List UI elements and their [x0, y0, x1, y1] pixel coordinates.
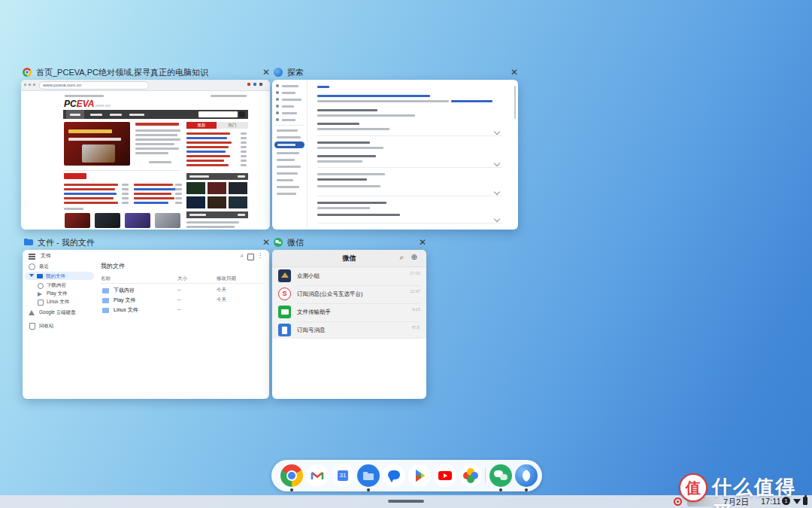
smzdm-watermark-text: 什么值得买 — [712, 474, 812, 508]
screen-record-icon[interactable] — [674, 497, 682, 506]
expand-chevron-icon[interactable] — [494, 129, 500, 135]
shelf-messages-icon[interactable] — [383, 464, 405, 487]
window-header-wechat[interactable]: 微信 ✕ — [274, 236, 426, 248]
launcher-handle[interactable] — [388, 500, 424, 503]
nav-item[interactable] — [129, 114, 144, 116]
sidebar-item-play[interactable]: Play 文件 — [47, 291, 67, 297]
scrollbar[interactable] — [514, 86, 516, 119]
window-title: 文件 - 我的文件 — [38, 237, 95, 248]
close-icon[interactable]: ✕ — [511, 66, 518, 78]
gallery-thumb[interactable] — [208, 182, 226, 194]
files-icon — [24, 238, 33, 247]
sidebar-item-recent[interactable]: 最近 — [39, 263, 49, 270]
product-thumb[interactable] — [125, 213, 150, 228]
forward-icon[interactable] — [29, 84, 31, 86]
site-navbar — [63, 110, 248, 119]
files-content-title: 我的文件 — [101, 262, 125, 270]
close-icon[interactable]: ✕ — [419, 236, 426, 248]
extension-icon[interactable] — [253, 83, 256, 86]
reload-icon[interactable] — [33, 84, 35, 86]
pceva-logo[interactable]: PCEVA.com.cn — [64, 99, 110, 109]
shelf-photos-icon[interactable] — [459, 464, 482, 487]
chrome-icon — [23, 68, 32, 77]
view-toggle-icon[interactable] — [247, 254, 254, 260]
running-indicator — [367, 488, 370, 491]
column-modified[interactable]: 修改日期 — [217, 275, 236, 282]
window-preview-chrome[interactable]: www.pceva.com.cn PCEVA.com.cn — [21, 80, 270, 230]
product-thumb[interactable] — [95, 213, 120, 228]
back-icon[interactable] — [24, 84, 26, 86]
sidebar-tabs: 最新 热门 — [186, 122, 248, 129]
sidebar-item-downloads[interactable]: 下载内容 — [47, 282, 66, 289]
search-icon[interactable]: ⌕ — [399, 253, 404, 262]
window-preview-wechat[interactable]: 微信 ⌕ ⊕ 众测小组 17:02 S 订阅消息(公众号互选平台) 12:47 … — [272, 250, 426, 399]
window-title: 微信 — [287, 237, 304, 248]
sidebar-item-linux[interactable]: Linux 文件 — [47, 299, 69, 306]
gallery-thumb[interactable] — [229, 196, 247, 208]
add-icon[interactable]: ⊕ — [411, 253, 417, 261]
shelf-play-store-icon[interactable] — [408, 464, 431, 487]
close-icon[interactable]: ✕ — [262, 236, 270, 248]
sidebar-item-myfiles-selected[interactable]: 我的文件 — [25, 272, 94, 280]
sidebar-item-drive[interactable]: Google 云端硬盘 — [39, 309, 76, 316]
gallery-thumb[interactable] — [208, 196, 226, 208]
product-thumb[interactable] — [155, 213, 180, 228]
extension-icon[interactable] — [247, 83, 250, 86]
section-tab-red[interactable] — [64, 173, 86, 179]
site-search-icon[interactable] — [239, 111, 245, 117]
menu-icon[interactable] — [29, 254, 35, 255]
more-icon[interactable]: ⋮ — [257, 252, 263, 259]
running-indicator — [290, 488, 293, 491]
shelf-chrome-icon[interactable] — [280, 464, 303, 487]
window-header-files[interactable]: 文件 - 我的文件 ✕ — [24, 236, 270, 248]
chat-time: 9:15 — [412, 307, 420, 312]
expand-chevron-icon[interactable] — [494, 189, 500, 195]
window-header-explore[interactable]: 探索 ✕ — [274, 66, 518, 78]
running-indicator — [499, 488, 502, 491]
shelf-wechat-icon[interactable] — [489, 464, 512, 487]
expander-icon[interactable] — [29, 274, 34, 277]
folder-icon — [102, 298, 109, 303]
product-thumb[interactable] — [65, 213, 90, 228]
page-topnav-skeleton — [65, 95, 104, 97]
list-header — [186, 211, 248, 218]
search-icon[interactable]: ⌕ — [241, 252, 244, 260]
help-link[interactable] — [317, 95, 430, 97]
gallery-thumb[interactable] — [186, 196, 205, 208]
shelf-calendar-icon[interactable]: 31 — [332, 464, 354, 487]
explore-sidebar — [272, 80, 308, 230]
close-icon[interactable]: ✕ — [262, 66, 270, 78]
column-name[interactable]: 名称 — [101, 275, 111, 282]
nav-item[interactable] — [110, 114, 122, 116]
menu-icon[interactable] — [259, 83, 262, 86]
shelf-explore-icon[interactable] — [515, 464, 538, 487]
window-preview-files[interactable]: 文件 ⌕ ⋮ 最近 我的文件 下载内容 Play 文件 Linux 文件 Goo… — [23, 250, 269, 399]
window-title: 探索 — [287, 67, 304, 78]
window-header-chrome[interactable]: 首页_PCEVA,PC绝对领域,探寻真正的电脑知识 ✕ — [23, 66, 270, 78]
featured-article-image[interactable] — [64, 122, 130, 166]
column-size[interactable]: 大小 — [177, 275, 187, 282]
downloads-icon — [38, 283, 44, 289]
expand-chevron-icon[interactable] — [494, 216, 500, 222]
address-bar[interactable]: www.pceva.com.cn — [39, 81, 149, 90]
product-photo — [82, 144, 115, 163]
tab-hot[interactable]: 热门 — [217, 122, 248, 129]
article-title-skeleton[interactable] — [135, 123, 179, 126]
shelf: 31 — [271, 460, 542, 491]
chat-avatar — [278, 324, 291, 336]
folder-icon — [102, 288, 109, 294]
expand-chevron-icon[interactable] — [494, 160, 500, 166]
help-link[interactable] — [451, 100, 492, 102]
tab-latest[interactable]: 最新 — [186, 122, 217, 129]
sidebar-item-trash[interactable]: 回收站 — [39, 323, 54, 330]
shelf-gmail-icon[interactable] — [306, 464, 329, 487]
window-preview-explore[interactable] — [272, 80, 518, 230]
explore-sidebar-selected[interactable] — [274, 141, 304, 148]
shelf-files-icon[interactable] — [357, 464, 380, 487]
nav-item[interactable] — [90, 114, 102, 116]
shelf-youtube-icon[interactable] — [434, 464, 456, 487]
gallery-thumb[interactable] — [229, 182, 247, 194]
chat-avatar — [278, 306, 291, 318]
site-search-input[interactable] — [198, 111, 238, 117]
gallery-thumb[interactable] — [186, 182, 205, 194]
